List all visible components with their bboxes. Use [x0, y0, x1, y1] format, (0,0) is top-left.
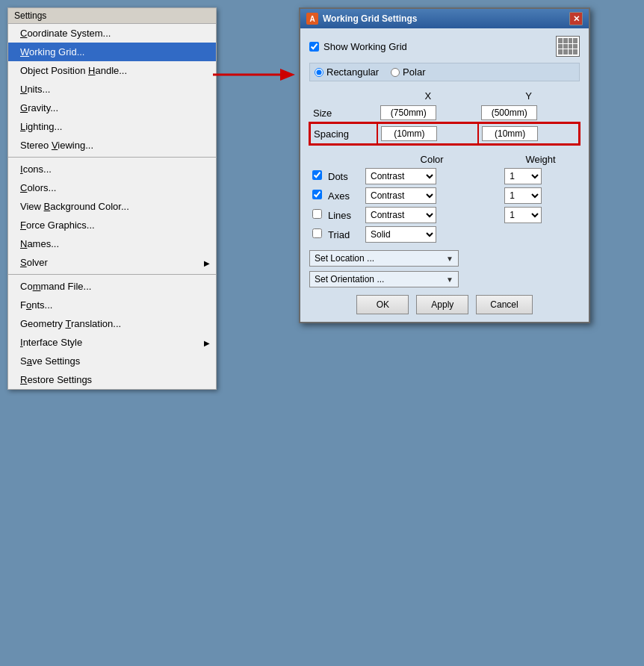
- set-orientation-dropdown[interactable]: Set Orientation ... ▼: [309, 271, 459, 287]
- lines-label: Lines: [325, 205, 362, 225]
- axes-checkbox[interactable]: [312, 190, 322, 199]
- show-grid-left: Show Working Grid: [309, 41, 407, 52]
- set-location-arrow: ▼: [446, 255, 453, 263]
- dialog-titlebar: A Working Grid Settings ✕: [300, 9, 589, 28]
- menu-item-coordinate-system[interactable]: Coordinate System...: [8, 24, 216, 43]
- menu-item-solver[interactable]: Solver ▶: [8, 253, 216, 272]
- triad-checkbox[interactable]: [312, 228, 322, 238]
- dots-color-select[interactable]: Contrast: [365, 168, 436, 184]
- cw-header-color: Color: [362, 152, 501, 166]
- menu-item-force-graphics[interactable]: Force Graphics...: [8, 216, 216, 234]
- red-arrow: [213, 66, 295, 84]
- dots-checkbox-cell: [309, 166, 325, 186]
- axes-color-select[interactable]: Contrast: [365, 187, 436, 204]
- dialog-app-icon: A: [306, 13, 318, 25]
- lines-color-select[interactable]: Contrast: [365, 207, 436, 223]
- menu-item-view-background-color[interactable]: View Background Color...: [8, 197, 216, 216]
- menu-item-object-position[interactable]: Object Position Handle...: [8, 61, 216, 80]
- axes-checkbox-cell: [309, 186, 325, 205]
- radio-polar[interactable]: Polar: [391, 66, 425, 78]
- working-grid-dialog: A Working Grid Settings ✕ Show Working G…: [299, 7, 590, 323]
- size-row: Size: [310, 103, 579, 123]
- menu-item-interface-style[interactable]: Interface Style ▶: [8, 333, 216, 352]
- close-button[interactable]: ✕: [569, 12, 583, 25]
- dots-row: Dots Contrast 1: [309, 166, 580, 186]
- ok-button[interactable]: OK: [356, 295, 409, 314]
- spacing-x-input[interactable]: [381, 126, 437, 141]
- lines-color-cell: Contrast: [362, 205, 501, 225]
- apply-button[interactable]: Apply: [416, 295, 468, 314]
- lines-checkbox[interactable]: [312, 209, 322, 219]
- spacing-y-cell: [478, 123, 579, 144]
- spacing-x-cell: [377, 123, 478, 144]
- menu-item-save-settings[interactable]: Save Settings: [8, 352, 216, 370]
- dots-checkbox[interactable]: [312, 170, 322, 180]
- lines-weight-select[interactable]: 1: [504, 207, 542, 223]
- radio-rectangular-input[interactable]: [315, 68, 323, 77]
- size-y-cell: [478, 103, 579, 123]
- set-location-dropdown[interactable]: Set Location ... ▼: [309, 250, 459, 267]
- spacing-y-input[interactable]: [482, 126, 538, 141]
- triad-label: Triad: [325, 225, 362, 244]
- menu-item-icons[interactable]: Icons...: [8, 160, 216, 178]
- triad-row: Triad Solid: [309, 225, 580, 244]
- radio-polar-input[interactable]: [391, 68, 400, 77]
- radio-rectangular[interactable]: Rectangular: [315, 66, 379, 78]
- grid-icon: [556, 36, 580, 57]
- separator-2: [8, 274, 216, 275]
- interface-style-arrow: ▶: [204, 338, 210, 346]
- radio-polar-label: Polar: [403, 66, 425, 78]
- menu-item-geometry-translation[interactable]: Geometry Translation...: [8, 314, 216, 333]
- color-weight-table: Color Weight Dots Contrast: [309, 152, 580, 244]
- show-grid-checkbox[interactable]: [309, 42, 319, 52]
- menu-item-fonts[interactable]: Fonts...: [8, 296, 216, 314]
- set-orientation-arrow: ▼: [446, 276, 453, 284]
- size-x-input[interactable]: [380, 105, 436, 120]
- cw-header-empty2: [325, 152, 362, 166]
- size-y-input[interactable]: [481, 105, 537, 120]
- menu-item-working-grid[interactable]: Working Grid...: [8, 43, 216, 61]
- menu-item-units[interactable]: Units...: [8, 80, 216, 99]
- axes-label: Axes: [325, 186, 362, 205]
- menu-item-restore-settings[interactable]: Restore Settings: [8, 370, 216, 389]
- solver-arrow: ▶: [204, 258, 210, 267]
- set-location-row: Set Location ... ▼: [309, 250, 580, 267]
- dots-weight-select[interactable]: 1: [504, 168, 542, 184]
- set-orientation-row: Set Orientation ... ▼: [309, 271, 580, 287]
- settings-menu: Settings Coordinate System... Working Gr…: [7, 7, 217, 390]
- dialog-title: Working Grid Settings: [323, 13, 417, 24]
- lines-checkbox-cell: [309, 205, 325, 225]
- lines-weight-cell: 1: [501, 205, 580, 225]
- menu-item-gravity[interactable]: Gravity...: [8, 99, 216, 117]
- triad-weight-cell: [501, 225, 580, 244]
- coordinate-type-group: Rectangular Polar: [309, 63, 580, 81]
- menu-item-command-file[interactable]: Command File...: [8, 277, 216, 296]
- header-empty: [310, 89, 377, 103]
- axes-color-cell: Contrast: [362, 186, 501, 205]
- axes-weight-cell: 1: [501, 186, 580, 205]
- triad-checkbox-cell: [309, 225, 325, 244]
- show-grid-label: Show Working Grid: [323, 41, 407, 52]
- menu-item-stereo-viewing[interactable]: Stereo Viewing...: [8, 136, 216, 155]
- axes-weight-select[interactable]: 1: [504, 187, 542, 204]
- header-y: Y: [478, 89, 579, 103]
- triad-color-cell: Solid: [362, 225, 501, 244]
- size-x-cell: [377, 103, 478, 123]
- cw-header-weight: Weight: [501, 152, 580, 166]
- cancel-button[interactable]: Cancel: [476, 295, 532, 314]
- header-x: X: [377, 89, 478, 103]
- titlebar-left: A Working Grid Settings: [306, 13, 417, 25]
- button-row: OK Apply Cancel: [309, 295, 580, 314]
- dots-label: Dots: [325, 166, 362, 186]
- menu-item-lighting[interactable]: Lighting...: [8, 117, 216, 136]
- set-location-label: Set Location ...: [315, 253, 374, 264]
- menu-item-colors[interactable]: Colors...: [8, 178, 216, 197]
- cw-header-empty1: [309, 152, 325, 166]
- menu-item-names[interactable]: Names...: [8, 234, 216, 253]
- separator-1: [8, 157, 216, 158]
- menu-title: Settings: [8, 8, 216, 24]
- size-spacing-table: X Y Size Spacing: [309, 89, 580, 145]
- triad-color-select[interactable]: Solid: [365, 226, 436, 243]
- axes-row: Axes Contrast 1: [309, 186, 580, 205]
- show-grid-row: Show Working Grid: [309, 36, 580, 57]
